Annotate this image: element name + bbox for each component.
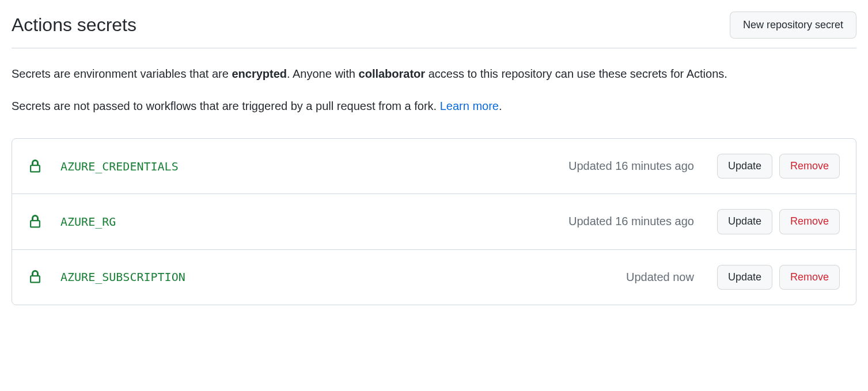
page-header: Actions secrets New repository secret [12,12,856,48]
update-button[interactable]: Update [717,209,772,234]
desc-text: access to this repository can use these … [425,67,727,80]
lock-icon [28,158,42,174]
remove-button[interactable]: Remove [779,265,840,290]
secret-name: AZURE_CREDENTIALS [60,160,568,173]
desc-bold-collaborator: collaborator [359,67,426,80]
remove-button[interactable]: Remove [779,154,840,179]
secret-name: AZURE_RG [60,215,568,229]
row-actions: Update Remove [717,265,840,290]
update-button[interactable]: Update [717,154,772,179]
row-actions: Update Remove [717,154,840,179]
secret-row: AZURE_SUBSCRIPTION Updated now Update Re… [12,250,856,305]
secret-name: AZURE_SUBSCRIPTION [60,270,626,284]
desc-text: Secrets are not passed to workflows that… [12,100,440,112]
secrets-list: AZURE_CREDENTIALS Updated 16 minutes ago… [12,138,856,305]
secret-row: AZURE_CREDENTIALS Updated 16 minutes ago… [12,139,856,194]
secret-updated: Updated 16 minutes ago [568,215,694,228]
desc-text: . [499,100,502,112]
description-paragraph-1: Secrets are environment variables that a… [12,64,856,83]
secret-updated: Updated now [626,271,694,284]
secret-updated: Updated 16 minutes ago [568,160,694,173]
remove-button[interactable]: Remove [779,209,840,234]
new-repository-secret-button[interactable]: New repository secret [730,12,856,39]
row-actions: Update Remove [717,209,840,234]
page-title: Actions secrets [12,14,137,36]
description-paragraph-2: Secrets are not passed to workflows that… [12,97,856,115]
desc-text: . Anyone with [287,67,359,80]
desc-bold-encrypted: encrypted [232,67,287,80]
update-button[interactable]: Update [717,265,772,290]
lock-icon [28,214,42,230]
secret-row: AZURE_RG Updated 16 minutes ago Update R… [12,194,856,249]
learn-more-link[interactable]: Learn more [440,100,499,112]
lock-icon [28,269,42,285]
desc-text: Secrets are environment variables that a… [12,67,232,80]
